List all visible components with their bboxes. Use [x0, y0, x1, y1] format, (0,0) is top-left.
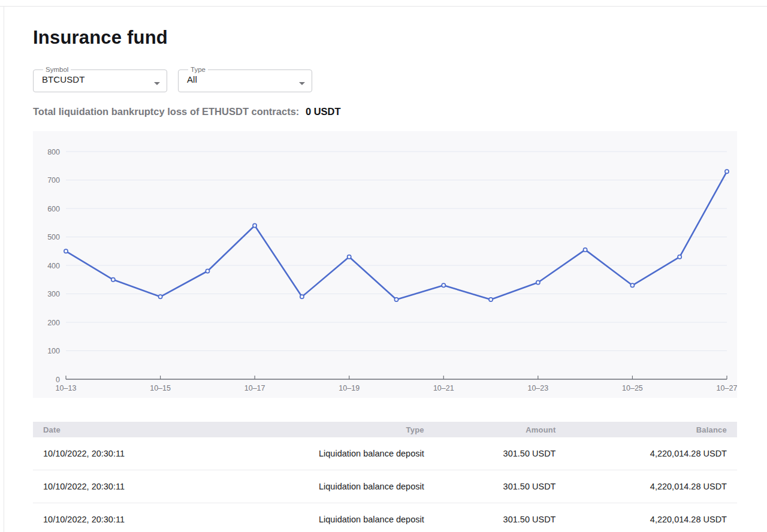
symbol-select-label: Symbol: [43, 66, 71, 74]
svg-text:800: 800: [47, 148, 60, 156]
chevron-down-icon: [299, 82, 305, 85]
insurance-fund-chart-svg[interactable]: 010020030040050060070080010–1310–1510–17…: [33, 131, 737, 398]
cell-amount: 301.50 USDT: [434, 449, 566, 458]
svg-text:100: 100: [47, 347, 60, 355]
table-header-row: Date Type Amount Balance: [33, 422, 737, 437]
cell-type: Liquidation balance deposit: [237, 515, 434, 524]
symbol-select[interactable]: Symbol BTCUSDT: [33, 66, 167, 92]
svg-text:10–27: 10–27: [717, 384, 737, 392]
svg-text:400: 400: [47, 262, 60, 270]
svg-text:500: 500: [47, 233, 60, 241]
insurance-fund-chart: 010020030040050060070080010–1310–1510–17…: [33, 131, 737, 398]
total-loss-label: Total liquidation bankruptcy loss of ETH…: [33, 106, 299, 117]
window-left-border: [4, 7, 4, 532]
cell-amount: 301.50 USDT: [434, 515, 566, 524]
svg-text:10–13: 10–13: [56, 384, 77, 392]
cell-balance: 4,220,014.28 USDT: [566, 482, 737, 491]
svg-text:10–23: 10–23: [527, 384, 548, 392]
symbol-select-value: BTCUSDT: [42, 74, 167, 84]
type-select-value: All: [187, 74, 312, 84]
total-loss-summary: Total liquidation bankruptcy loss of ETH…: [33, 106, 737, 117]
cell-date: 10/10/2022, 20:30:11: [33, 482, 237, 491]
cell-date: 10/10/2022, 20:30:11: [33, 449, 237, 458]
window-top-border: [0, 6, 767, 7]
svg-text:0: 0: [56, 376, 60, 384]
table-row: 10/10/2022, 20:30:11Liquidation balance …: [33, 437, 737, 470]
type-select[interactable]: Type All: [178, 66, 312, 92]
cell-balance: 4,220,014.28 USDT: [566, 515, 737, 524]
svg-text:10–19: 10–19: [339, 384, 360, 392]
table-row: 10/10/2022, 20:30:11Liquidation balance …: [33, 503, 737, 532]
svg-text:10–15: 10–15: [150, 384, 171, 392]
column-header-type: Type: [237, 425, 434, 434]
svg-text:10–25: 10–25: [622, 384, 643, 392]
svg-text:200: 200: [47, 319, 60, 327]
type-select-label: Type: [188, 66, 208, 74]
svg-text:700: 700: [47, 176, 60, 185]
svg-text:10–17: 10–17: [244, 384, 265, 392]
table-row: 10/10/2022, 20:30:11Liquidation balance …: [33, 470, 737, 503]
cell-date: 10/10/2022, 20:30:11: [33, 515, 237, 524]
insurance-fund-page: Insurance fund Symbol BTCUSDT Type All T…: [33, 26, 737, 532]
chevron-down-icon: [154, 82, 160, 85]
cell-type: Liquidation balance deposit: [237, 482, 434, 491]
column-header-balance: Balance: [566, 425, 737, 434]
cell-balance: 4,220,014.28 USDT: [566, 449, 737, 458]
svg-text:10–21: 10–21: [433, 384, 454, 392]
svg-text:600: 600: [47, 205, 60, 213]
table-body: 10/10/2022, 20:30:11Liquidation balance …: [33, 437, 737, 532]
svg-text:300: 300: [47, 290, 60, 298]
filter-bar: Symbol BTCUSDT Type All: [33, 66, 737, 92]
total-loss-value: 0 USDT: [306, 106, 341, 117]
column-header-amount: Amount: [434, 425, 566, 434]
page-title: Insurance fund: [33, 26, 737, 49]
column-header-date: Date: [33, 425, 237, 434]
insurance-fund-table: Date Type Amount Balance 10/10/2022, 20:…: [33, 422, 737, 532]
cell-amount: 301.50 USDT: [434, 482, 566, 491]
cell-type: Liquidation balance deposit: [237, 449, 434, 458]
